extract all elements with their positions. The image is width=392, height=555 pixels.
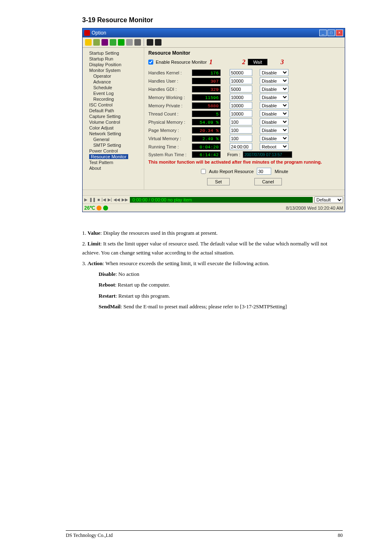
tree-item[interactable]: Monitor System: [87, 67, 142, 73]
annotation-2: 2: [242, 58, 245, 66]
tree-item[interactable]: Volume Control: [87, 119, 142, 125]
action-select[interactable]: Disable: [260, 135, 288, 142]
auto-report-label: Auto Report Resource: [209, 169, 254, 174]
action-select[interactable]: Disable: [260, 127, 288, 134]
tool-icon-8[interactable]: [147, 39, 153, 46]
next-icon[interactable]: ▶|: [108, 197, 112, 202]
limit-input[interactable]: [230, 110, 252, 117]
tree-item[interactable]: Display Position: [87, 62, 142, 67]
resource-row: Page Memory :20.34 %Disable: [148, 127, 341, 134]
horizontal-scrollbar[interactable]: [83, 190, 345, 195]
wait-button[interactable]: Wait: [248, 59, 267, 65]
resource-value: 329: [192, 86, 221, 92]
prev-icon[interactable]: |◀: [101, 197, 106, 202]
limit-input[interactable]: [230, 69, 252, 76]
close-button[interactable]: ×: [336, 30, 343, 36]
action-select[interactable]: Reboot: [260, 143, 288, 150]
minimize-button[interactable]: _: [319, 30, 327, 36]
auto-report-value[interactable]: [257, 168, 271, 175]
tree-item[interactable]: Startup Run: [87, 56, 142, 62]
tree-item[interactable]: ISC Control: [87, 102, 142, 108]
resource-label: Memory Working :: [148, 95, 189, 100]
action-select[interactable]: Disable: [260, 110, 288, 117]
tree-item[interactable]: Capture Setting: [87, 113, 142, 119]
tree-subitem[interactable]: Advance: [87, 79, 142, 85]
play-time: 0:00:00 / 0:00:00 no play item: [130, 197, 313, 203]
resource-value: 5880: [192, 102, 221, 109]
maximize-button[interactable]: □: [327, 30, 335, 36]
radiation-icon[interactable]: [85, 39, 92, 46]
resource-label: Virtual Memory :: [148, 136, 189, 141]
tool-icon-7[interactable]: [134, 39, 141, 46]
tree-subitem[interactable]: Recording: [87, 96, 142, 102]
cancel-button[interactable]: Canel: [254, 178, 282, 185]
footer-company: DS Technology Co.,Ltd: [66, 532, 113, 539]
resource-value: 176: [192, 69, 221, 76]
auto-report-checkbox[interactable]: [201, 169, 206, 174]
tree-item[interactable]: Color Adjust: [87, 125, 142, 131]
action-select[interactable]: Disable: [260, 77, 288, 84]
action-select[interactable]: Disable: [260, 102, 288, 109]
status-dot-green: [103, 206, 108, 210]
app-icon: [84, 30, 90, 36]
tool-icon-6[interactable]: [126, 39, 133, 46]
resource-row: Thread Count :5Disable: [148, 110, 341, 117]
set-button[interactable]: Set: [207, 178, 230, 185]
tree-item[interactable]: About: [87, 165, 142, 171]
pause-icon[interactable]: ❚❚: [89, 197, 96, 202]
tree-item[interactable]: Power Control: [87, 148, 142, 154]
resource-row: Memory Private :5880Disable: [148, 102, 341, 109]
limit-input[interactable]: [230, 135, 252, 142]
stop-icon[interactable]: ■: [97, 197, 100, 202]
limit-input[interactable]: [230, 86, 252, 92]
system-run-value: 6:14:42: [192, 151, 221, 158]
playbar: ▶ ❚❚ ■ |◀ ▶| ◀◀ ▶▶ 0:00:00 / 0:00:00 no …: [83, 195, 345, 204]
resource-row: Handles Kernel :176Disable: [148, 69, 341, 76]
resource-value: 2.49 %: [192, 135, 221, 142]
options-tree: Startup SettingStartup RunDisplay Positi…: [83, 48, 144, 190]
play-icon[interactable]: ▶: [84, 197, 88, 202]
resource-label: Physical Memory :: [148, 120, 189, 125]
limit-input[interactable]: [230, 143, 252, 150]
limit-input[interactable]: [230, 102, 252, 109]
tree-item[interactable]: Startup Setting: [87, 50, 142, 56]
tool-icon-9[interactable]: [155, 39, 161, 46]
resource-label: Handles Kernel :: [148, 70, 189, 75]
tree-item[interactable]: Default Path: [87, 108, 142, 113]
tree-subitem[interactable]: General: [87, 136, 142, 142]
minute-label: Minute: [274, 169, 288, 174]
resource-row: Memory Working :11596Disable: [148, 94, 341, 101]
action-select[interactable]: Disable: [260, 118, 288, 125]
limit-input[interactable]: [230, 127, 252, 134]
tree-item[interactable]: Test Pattern: [87, 160, 142, 165]
resource-value: 307: [192, 78, 221, 84]
tool-icon-3[interactable]: [101, 39, 108, 46]
tree-item[interactable]: Resource Monitor: [87, 154, 142, 160]
from-value: 2007/07/09 07:13:57: [243, 151, 292, 158]
limit-input[interactable]: [230, 77, 252, 84]
tree-subitem[interactable]: Schedule: [87, 85, 142, 90]
rewind-icon[interactable]: ◀◀: [113, 197, 120, 202]
tree-subitem[interactable]: Event Log: [87, 90, 142, 96]
tool-icon-5[interactable]: [118, 39, 125, 46]
tree-subitem[interactable]: SMTP Setting: [87, 142, 142, 148]
tool-icon-4[interactable]: [110, 39, 116, 46]
tool-icon-2[interactable]: [93, 39, 100, 46]
action-select[interactable]: Disable: [260, 86, 288, 92]
tree-item[interactable]: Network Setting: [87, 131, 142, 136]
resource-row: Handles User :307Disable: [148, 77, 341, 84]
limit-input[interactable]: [230, 118, 252, 125]
profile-select[interactable]: Default: [314, 197, 343, 203]
enable-label: Enable Resource Monitor: [156, 60, 207, 65]
tree-subitem[interactable]: Operator: [87, 73, 142, 79]
main-panel: Resource Monitor Enable Resource Monitor…: [144, 48, 345, 190]
warning-text: This monitor function will be activated …: [148, 160, 341, 164]
action-select[interactable]: Disable: [260, 69, 288, 76]
limit-input[interactable]: [230, 94, 252, 101]
from-label: From :: [227, 152, 240, 157]
enable-checkbox[interactable]: [148, 60, 153, 65]
resource-label: Thread Count :: [148, 111, 189, 116]
system-run-label: System Run Time :: [148, 152, 189, 157]
action-select[interactable]: Disable: [260, 94, 288, 101]
forward-icon[interactable]: ▶▶: [122, 197, 128, 202]
